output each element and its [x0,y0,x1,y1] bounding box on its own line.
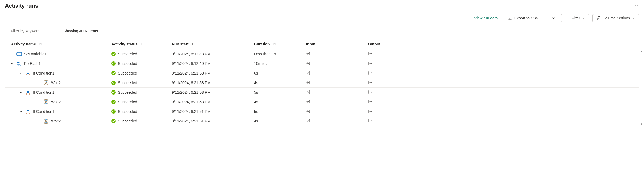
col-duration[interactable]: Duration [254,42,306,46]
table-row[interactable]: If Condition1Succeeded9/11/2024, 6:21:53… [5,88,639,97]
activity-name-cell: ForEach1 [7,61,111,66]
success-icon [111,100,116,104]
chevron-down-icon [632,16,635,20]
table-row[interactable]: If Condition1Succeeded9/11/2024, 6:21:58… [5,68,639,78]
output-cell [368,80,423,85]
output-icon[interactable] [368,52,372,56]
output-icon[interactable] [368,61,372,65]
export-csv-label: Export to CSV [514,16,539,20]
table-row[interactable]: Wait2Succeeded9/11/2024, 6:21:58 PM4s [5,78,639,88]
table-row[interactable]: ForEach1Succeeded9/11/2024, 6:12:49 PM10… [5,59,639,68]
chevron-down-icon [19,110,22,113]
output-cell [368,61,423,66]
search-box[interactable] [5,27,58,35]
expand-toggle[interactable] [19,110,23,113]
input-icon[interactable] [306,61,310,65]
expand-toggle[interactable] [19,91,23,94]
activity-name-label: If Condition1 [33,71,55,75]
input-icon[interactable] [306,80,310,85]
wrench-icon [596,16,600,20]
status-cell: Succeeded [111,90,172,95]
col-run-start[interactable]: Run start [172,42,254,46]
table-row[interactable]: Set variable1Succeeded9/11/2024, 6:12:48… [5,49,639,59]
input-cell [306,80,368,85]
column-options-button[interactable]: Column Options [592,14,639,22]
sort-icon [140,42,144,46]
output-icon[interactable] [368,99,372,104]
activity-name-cell: Wait2 [7,80,111,85]
col-label: Output [368,42,380,46]
sort-icon [273,42,276,46]
toolbar: View run detail Export to CSV Filter Col… [5,14,639,22]
collapse-panel-button[interactable] [635,3,639,8]
status-label: Succeeded [118,109,137,114]
chevron-down-icon [19,72,22,75]
table-header: Activity name Activity status Run start … [5,39,639,49]
export-csv-dropdown[interactable] [549,15,558,21]
input-cell [306,71,368,76]
filter-button[interactable]: Filter [561,14,589,22]
wait-icon [43,99,49,105]
output-cell [368,52,423,57]
activity-name-label: Wait2 [51,81,61,85]
run-start-cell: 9/11/2024, 6:21:53 PM [172,90,254,95]
table-row[interactable]: Wait2Succeeded9/11/2024, 6:21:53 PM4s [5,97,639,107]
col-input[interactable]: Input [306,42,368,46]
success-icon [111,71,116,75]
sort-icon [39,42,43,46]
col-activity-name[interactable]: Activity name [7,42,111,46]
foreach-icon [16,61,22,66]
run-start-cell: 9/11/2024, 6:21:53 PM [172,100,254,104]
download-icon [508,16,512,20]
expand-toggle[interactable] [10,62,14,65]
chevron-down-icon [582,16,586,20]
scrollbar[interactable]: ▲▼ [640,50,643,125]
export-csv-button[interactable]: Export to CSV [505,14,541,22]
run-start-cell: 9/11/2024, 6:12:48 PM [172,52,254,56]
duration-cell: 5s [254,90,306,95]
toolbar-divider [545,16,545,21]
success-icon [111,90,116,95]
variable-icon [16,51,22,57]
column-options-label: Column Options [603,16,630,20]
status-cell: Succeeded [111,100,172,104]
view-run-detail-link[interactable]: View run detail [472,14,502,22]
search-input[interactable] [10,28,59,33]
input-icon[interactable] [306,99,310,104]
success-icon [111,119,116,123]
status-cell: Succeeded [111,61,172,66]
input-icon[interactable] [306,71,310,75]
activity-name-cell: If Condition1 [7,109,111,114]
input-icon[interactable] [306,109,310,113]
chevron-down-icon [552,16,555,20]
input-icon[interactable] [306,90,310,94]
status-label: Succeeded [118,52,137,56]
output-icon[interactable] [368,109,372,113]
activity-name-label: Wait2 [51,100,61,104]
status-cell: Succeeded [111,71,172,75]
expand-toggle[interactable] [19,72,23,75]
page-title: Activity runs [5,3,38,9]
output-icon[interactable] [368,90,372,94]
input-icon[interactable] [306,119,310,123]
duration-cell: 4s [254,100,306,104]
output-icon[interactable] [368,119,372,123]
chevron-down-icon [19,91,22,94]
table-row[interactable]: Wait2Succeeded9/11/2024, 6:21:51 PM4s [5,116,639,126]
activity-name-cell: If Condition1 [7,70,111,76]
activity-runs-table: Activity name Activity status Run start … [5,39,639,126]
duration-cell: 6s [254,71,306,75]
col-output[interactable]: Output [368,42,423,46]
chevron-down-icon [10,62,14,65]
status-cell: Succeeded [111,52,172,56]
activity-name-cell: Wait2 [7,118,111,124]
output-icon[interactable] [368,71,372,75]
filter-icon [565,16,569,20]
run-start-cell: 9/11/2024, 6:21:58 PM [172,81,254,85]
input-icon[interactable] [306,52,310,56]
col-activity-status[interactable]: Activity status [111,42,172,46]
chevron-up-icon [635,3,639,8]
duration-cell: 4s [254,119,306,123]
output-icon[interactable] [368,80,372,85]
table-row[interactable]: If Condition1Succeeded9/11/2024, 6:21:51… [5,107,639,116]
